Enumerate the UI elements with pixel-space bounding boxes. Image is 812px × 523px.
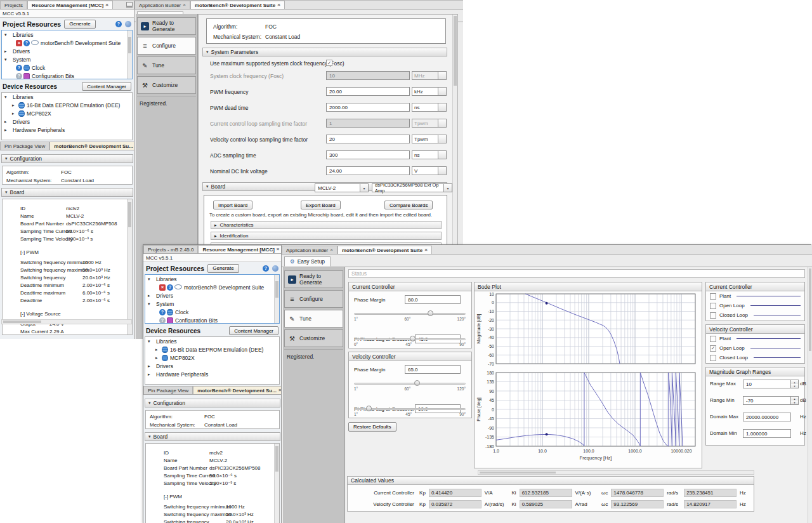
nav-item[interactable]: ≡ Configure [137,37,196,55]
unit-select[interactable]: Tpwm [412,119,438,128]
expander-icon[interactable]: ▸ [148,364,152,369]
tree-item[interactable]: ▸ Drivers [145,291,279,300]
unit-select[interactable]: MHz [412,71,438,80]
status-input[interactable]: Status [348,269,805,278]
spinner-control[interactable]: ▲▼ [791,396,799,405]
form-input[interactable]: 20.00 [326,87,410,96]
globe-icon[interactable] [125,21,131,27]
chevron-down-icon[interactable] [438,103,447,112]
tree-item[interactable]: ×? motorBench® Development Suite [2,39,132,47]
tab-motorbench-config[interactable]: motorBench® Development Su...× [193,386,282,394]
tree-item[interactable]: ▾ Libraries [145,337,279,345]
phase-margin-input[interactable]: 65.0 [405,365,461,374]
tab-application-builder[interactable]: Application Builder× [282,246,337,254]
unit-select[interactable]: ns [412,103,438,112]
unit-select[interactable]: ns [412,150,438,159]
tree-item[interactable]: ▸ Hardware Peripherals [2,126,132,134]
pwm-section-header[interactable]: [-] PWM [20,249,132,256]
chevron-down-icon[interactable] [438,87,447,96]
tree-item[interactable]: ▸ Drivers [145,362,279,370]
board-select[interactable]: MCLV-2 [315,183,360,192]
tree-item[interactable]: ▾ Libraries [2,93,132,101]
pi-phase-lag-slider[interactable] [354,336,466,342]
chevron-down-icon[interactable]: ▾ [444,183,452,192]
tab-pin-package-view[interactable]: Pin Package View [143,386,193,394]
range-input[interactable]: 1.000000 [743,429,791,438]
help-icon[interactable]: ? [263,265,269,272]
legend-checkbox[interactable]: ✓ [710,336,716,342]
form-input[interactable]: 1 [326,119,410,128]
voltage-source-header[interactable]: [-] Voltage Source [20,310,132,318]
phase-margin-slider[interactable] [354,380,466,387]
tab-application-builder[interactable]: Application Builder× [134,1,190,9]
expander-icon[interactable]: ▸ [12,103,16,108]
slider-thumb[interactable] [428,310,433,316]
form-input[interactable]: 24.00 [326,166,410,175]
form-input[interactable]: 20 [326,135,410,143]
chevron-down-icon[interactable] [438,135,447,143]
form-input[interactable]: 10 [326,71,410,80]
expander-icon[interactable]: ▸ [155,347,160,352]
close-icon[interactable]: × [330,248,333,253]
system-parameters-header[interactable]: ▾ System Parameters [202,48,447,56]
expander-icon[interactable]: ▸ [12,111,16,116]
unit-select[interactable]: Tpwm [412,135,438,143]
globe-icon[interactable] [272,265,278,272]
expander-icon[interactable]: ▸ [148,293,152,298]
expander-icon[interactable]: ▾ [148,277,152,282]
minimize-tab-group-icon[interactable] [126,2,133,8]
close-icon[interactable]: × [277,3,280,8]
tab-motorbench-config[interactable]: motorBench® Development Su...× [49,142,134,150]
range-input[interactable]: 20000.000000 [743,413,791,421]
spin-down-icon[interactable]: ▼ [791,401,798,404]
board-header[interactable]: ▾ Board [145,432,280,441]
configuration-header[interactable]: ▾ Configuration [1,154,133,163]
content-manager-button[interactable]: Content Manager [229,326,278,335]
legend-checkbox[interactable]: ✓ [710,312,716,319]
config-scrollbar[interactable] [274,444,279,523]
chevron-down-icon[interactable]: ▾ [360,183,369,192]
collapsed-section[interactable]: ▸ Characteristics [211,221,442,229]
pwm-section-header[interactable]: [-] PWM [164,493,279,501]
expander-icon[interactable]: ▸ [148,372,152,377]
spin-down-icon[interactable]: ▼ [791,384,798,388]
tree-item[interactable]: ▸ Drivers [2,47,132,55]
expander-icon[interactable]: ▾ [4,57,9,62]
config-scrollbar[interactable] [127,199,132,334]
form-input[interactable]: 300 [326,150,410,159]
tree-item[interactable]: ▸ Drivers [2,117,132,126]
board-section-header[interactable]: ▾ Board MCLV-2 ▾ dsPIC33CK256MP508 Ext O… [202,182,447,191]
tree-item[interactable]: ▸ Hardware Peripherals [145,370,279,378]
slider-thumb[interactable] [414,380,420,386]
legend-checkbox[interactable]: ✓ [710,355,716,361]
unit-select[interactable]: kHz [412,87,438,96]
configuration-header[interactable]: ▾ Configuration [145,399,280,407]
close-icon[interactable]: × [183,3,186,8]
expander-icon[interactable]: ▸ [4,128,9,133]
expander-icon[interactable]: ▾ [148,301,152,307]
tree-item[interactable]: ? Configuration Bits [145,316,279,324]
config-hscrollbar[interactable] [1,319,132,324]
tree-item[interactable]: ▾ Libraries [2,30,132,39]
spinner-control[interactable]: ▲▼ [791,380,799,388]
nav-item[interactable]: ✎ Tune [284,310,343,328]
form-input[interactable]: 2000.00 [326,103,410,112]
tab-easy-setup[interactable]: ⚙ Easy Setup [284,256,331,267]
tree-scrollbar[interactable] [274,275,279,323]
tune-scrollbar[interactable] [808,267,812,523]
legend-checkbox[interactable]: ✓ [710,303,716,309]
tree-item[interactable]: ▸ 16-Bit Data EEPROM Emulation (DEE) [2,101,132,109]
expander-icon[interactable]: ▾ [4,95,9,100]
tree-item[interactable]: ▸ 16-Bit Data EEPROM Emulation (DEE) [145,345,279,354]
tree-item[interactable]: ? Configuration Bits [2,72,132,79]
fosc-checkbox[interactable]: ✓ [326,60,332,66]
legend-checkbox[interactable]: ✓ [710,293,716,300]
range-input[interactable]: 10 [743,380,791,388]
range-input[interactable]: -70 [743,396,791,405]
bode-hscrollbar[interactable] [478,470,754,475]
expander-icon[interactable]: ▾ [4,32,9,37]
generate-button[interactable]: Generate [64,20,95,29]
board-device-select[interactable]: dsPIC33CK256MP508 Ext Op Amp [372,183,444,192]
tree-item[interactable]: ▸ MCP802X [145,354,279,362]
restore-defaults-button[interactable]: Restore Defaults [348,422,396,432]
